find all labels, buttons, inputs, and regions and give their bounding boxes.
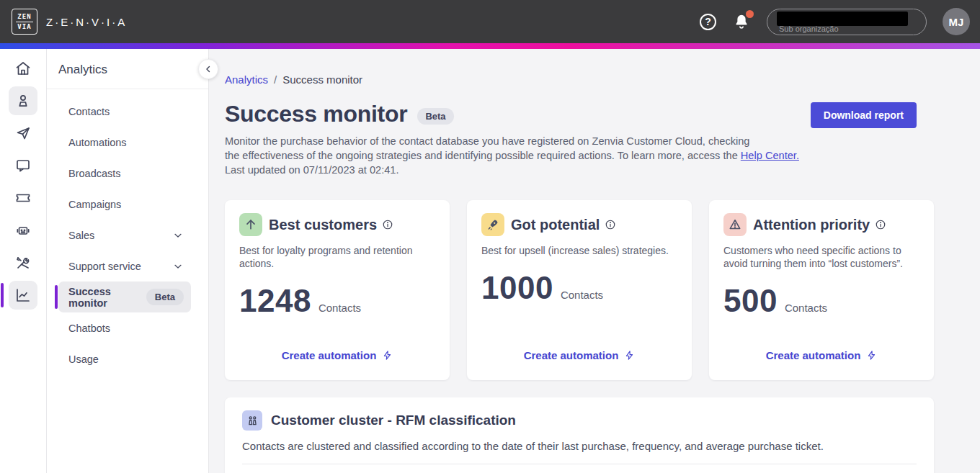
rail-item-broadcasts[interactable] bbox=[9, 119, 37, 148]
card-description: Best for loyalty programs and retention … bbox=[239, 244, 435, 270]
divider bbox=[242, 464, 917, 464]
page-title: Success monitor bbox=[225, 101, 407, 127]
breadcrumb-analytics-link[interactable]: Analytics bbox=[225, 73, 268, 86]
card-title: Best customers bbox=[269, 217, 377, 233]
page-description: Monitor the purchase behavior of the con… bbox=[225, 134, 934, 177]
arrow-up-icon bbox=[239, 213, 262, 236]
rail-item-tools[interactable] bbox=[9, 248, 37, 277]
sidebar-item-label: Campaigns bbox=[68, 199, 121, 210]
rail-item-conversations[interactable] bbox=[9, 151, 37, 180]
sidebar-item-campaigns[interactable]: Campaigns bbox=[58, 189, 191, 220]
got-potential-card: Got potential Best for upsell (increase … bbox=[467, 200, 692, 380]
sidebar-title: Analytics bbox=[47, 49, 208, 89]
logo-text-bottom: VIA bbox=[16, 23, 32, 31]
redacted-org-name bbox=[777, 12, 908, 26]
contacts-unit: Contacts bbox=[561, 289, 603, 301]
ticket-icon bbox=[14, 189, 32, 207]
chat-icon bbox=[14, 157, 32, 174]
sidebar-item-automations[interactable]: Automations bbox=[58, 127, 191, 158]
zenvia-wordmark: Z·E·N·V·I·A bbox=[46, 16, 127, 28]
info-icon[interactable] bbox=[875, 219, 886, 230]
attention-priority-card: Attention priority Customers who need sp… bbox=[709, 200, 934, 380]
breadcrumb-separator: / bbox=[274, 73, 277, 86]
top-bar: ZEN VIA Z·E·N·V·I·A ? A Sub organização … bbox=[0, 0, 980, 43]
rfm-classification-card: Customer cluster - RFM classification Co… bbox=[225, 397, 934, 473]
people-group-icon bbox=[242, 410, 262, 431]
zenvia-logo-icon: ZEN VIA bbox=[12, 9, 37, 35]
rail-item-contacts[interactable] bbox=[9, 86, 37, 115]
sidebar-item-label: Success monitor bbox=[68, 286, 146, 309]
analytics-chart-icon bbox=[14, 287, 32, 304]
notification-badge bbox=[746, 10, 754, 18]
rocket-icon bbox=[481, 213, 504, 236]
kpi-cards-row: Best customers Best for loyalty programs… bbox=[225, 200, 934, 380]
warning-triangle-icon bbox=[723, 213, 747, 236]
lightning-bolt-icon bbox=[382, 350, 393, 361]
chevron-left-icon bbox=[203, 64, 213, 74]
lightning-bolt-icon bbox=[624, 350, 635, 361]
create-automation-label: Create automation bbox=[766, 349, 861, 361]
beta-badge: Beta bbox=[146, 289, 184, 305]
tools-icon bbox=[14, 254, 32, 271]
sidebar-item-success-monitor[interactable]: Success monitor Beta bbox=[58, 281, 191, 312]
module-icon-rail bbox=[0, 49, 47, 473]
analytics-sidebar: Analytics Contacts Automations Broadcast… bbox=[47, 49, 209, 473]
brand-gradient-bar bbox=[0, 43, 980, 49]
create-automation-link[interactable]: Create automation bbox=[239, 349, 435, 370]
help-glyph: ? bbox=[705, 16, 711, 27]
sidebar-item-label: Broadcasts bbox=[68, 168, 121, 179]
sidebar-item-label: Usage bbox=[68, 353, 99, 365]
home-icon bbox=[14, 60, 32, 77]
organization-selector[interactable]: A Sub organização bbox=[767, 9, 927, 35]
best-customers-card: Best customers Best for loyalty programs… bbox=[225, 200, 450, 380]
create-automation-link[interactable]: Create automation bbox=[723, 349, 919, 370]
help-center-link[interactable]: Help Center. bbox=[741, 150, 799, 161]
create-automation-link[interactable]: Create automation bbox=[481, 349, 677, 370]
contacts-unit: Contacts bbox=[785, 302, 827, 314]
sidebar-item-label: Contacts bbox=[68, 106, 110, 117]
breadcrumb-current: Success monitor bbox=[282, 73, 362, 86]
rail-item-home[interactable] bbox=[9, 54, 37, 83]
sidebar-item-usage[interactable]: Usage bbox=[58, 343, 191, 374]
sidebar-item-broadcasts[interactable]: Broadcasts bbox=[58, 158, 191, 189]
chevron-down-icon bbox=[172, 230, 184, 241]
last-updated-text: Last updated on 07/11/2023 at 02:41. bbox=[225, 164, 399, 176]
robot-icon bbox=[14, 222, 32, 239]
send-icon bbox=[14, 125, 32, 142]
card-title: Attention priority bbox=[753, 217, 870, 233]
sidebar-item-sales[interactable]: Sales bbox=[58, 220, 191, 251]
avatar-initials: MJ bbox=[949, 16, 964, 28]
user-avatar[interactable]: MJ bbox=[943, 8, 970, 35]
contacts-count: 1000 bbox=[481, 270, 553, 306]
rfm-description: Contacts are clustered and classified ac… bbox=[242, 440, 917, 452]
breadcrumb: Analytics / Success monitor bbox=[225, 73, 934, 86]
contacts-count: 1248 bbox=[239, 283, 311, 319]
rail-item-chatbots[interactable] bbox=[9, 216, 37, 245]
sidebar-item-label: Chatbots bbox=[68, 323, 110, 334]
rfm-title: Customer cluster - RFM classification bbox=[271, 413, 516, 428]
notifications-button[interactable] bbox=[732, 12, 751, 31]
rail-item-analytics[interactable] bbox=[9, 281, 37, 310]
help-icon[interactable]: ? bbox=[700, 14, 716, 30]
lightning-bolt-icon bbox=[866, 350, 877, 361]
create-automation-label: Create automation bbox=[282, 349, 377, 361]
sidebar-item-contacts[interactable]: Contacts bbox=[58, 96, 191, 127]
download-report-button[interactable]: Download report bbox=[811, 102, 917, 128]
card-title: Got potential bbox=[511, 217, 600, 233]
sidebar-item-label: Sales bbox=[68, 230, 94, 241]
card-description: Best for upsell (increase sales) strateg… bbox=[481, 244, 677, 257]
contacts-unit: Contacts bbox=[318, 302, 361, 314]
sidebar-item-chatbots[interactable]: Chatbots bbox=[58, 312, 191, 343]
rail-item-tickets[interactable] bbox=[9, 184, 37, 212]
description-line-2: the effectiveness of the ongoing strateg… bbox=[225, 150, 741, 161]
beta-badge: Beta bbox=[417, 108, 453, 125]
sidebar-item-label: Automations bbox=[68, 137, 127, 148]
info-icon[interactable] bbox=[382, 219, 393, 230]
sidebar-item-support-service[interactable]: Support service bbox=[58, 251, 191, 281]
logo-text-top: ZEN bbox=[16, 13, 32, 22]
main-content: Analytics / Success monitor Success moni… bbox=[209, 49, 980, 473]
sidebar-collapse-button[interactable] bbox=[198, 59, 218, 79]
sidebar-item-label: Support service bbox=[68, 261, 141, 272]
info-icon[interactable] bbox=[605, 219, 616, 230]
description-line-1: Monitor the purchase behavior of the con… bbox=[225, 135, 750, 147]
